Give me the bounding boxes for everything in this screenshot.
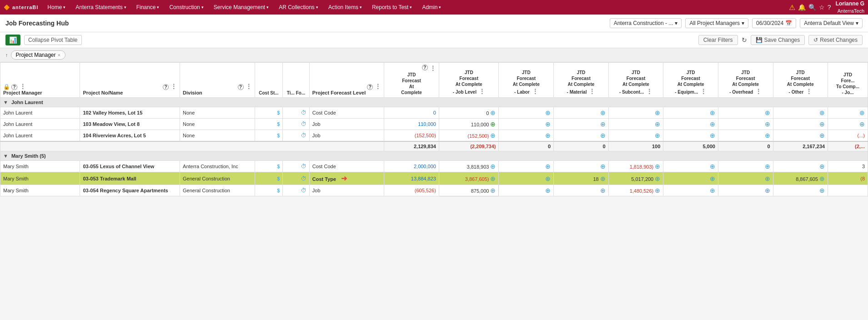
add-icon[interactable]: ⊕ bbox=[490, 187, 496, 194]
nav-construction[interactable]: Construction ▾ bbox=[165, 0, 208, 15]
add-icon[interactable]: ⊕ bbox=[819, 163, 825, 170]
column-menu-icon[interactable]: ⋮ bbox=[646, 88, 652, 95]
column-menu-icon[interactable]: ⋮ bbox=[20, 83, 26, 90]
clear-filters-button[interactable]: Clear Filters bbox=[698, 35, 738, 45]
user-info: Lorianne G AnterraTech bbox=[836, 0, 864, 14]
column-menu-icon[interactable]: ⋮ bbox=[171, 83, 177, 90]
add-icon[interactable]: ⊕ bbox=[819, 187, 825, 194]
add-icon[interactable]: ⊕ bbox=[765, 175, 770, 182]
warning-icon[interactable]: ⚠ bbox=[789, 3, 795, 12]
subtotal-jtd-fc: 2,129,834 bbox=[384, 141, 439, 151]
add-icon[interactable]: ⊕ bbox=[600, 132, 606, 139]
star-icon[interactable]: ☆ bbox=[819, 4, 825, 11]
nav-action-items[interactable]: Action Items ▾ bbox=[324, 0, 366, 15]
add-icon[interactable]: ⊕ bbox=[490, 163, 496, 170]
add-icon[interactable]: ⊕ bbox=[600, 175, 606, 182]
cell-sub: ⊕ bbox=[608, 130, 663, 142]
add-icon[interactable]: ⊕ bbox=[545, 163, 551, 170]
header-controls: Anterra Construction - ... ▾ All Project… bbox=[610, 18, 863, 28]
add-icon[interactable]: ⊕ bbox=[819, 109, 825, 116]
add-icon[interactable]: ⊕ bbox=[600, 120, 606, 128]
bell-icon[interactable]: 🔔 bbox=[798, 4, 806, 11]
add-icon[interactable]: ⊕ bbox=[655, 109, 660, 116]
add-icon[interactable]: ⊕ bbox=[710, 109, 715, 116]
nav-service-management[interactable]: Service Management ▾ bbox=[209, 0, 273, 15]
add-icon[interactable]: ⊕ bbox=[819, 132, 825, 139]
managers-dropdown[interactable]: All Project Managers ▾ bbox=[685, 18, 748, 28]
save-changes-button[interactable]: 💾 Save Changes bbox=[751, 35, 805, 45]
column-menu-icon[interactable]: ⋮ bbox=[589, 88, 595, 95]
nav-admin[interactable]: Admin ▾ bbox=[417, 0, 446, 15]
add-icon[interactable]: ⊕ bbox=[545, 187, 551, 194]
nav-anterra-statements[interactable]: Anterra Statements ▾ bbox=[71, 0, 130, 15]
column-menu-icon[interactable]: ⋮ bbox=[806, 88, 812, 95]
app-logo[interactable]: 🔶 anterraBI bbox=[4, 5, 38, 10]
add-icon[interactable]: ⊕ bbox=[545, 175, 551, 182]
th-jtd-forecast-complete: ? ⋮ JTDForecastAtComplete bbox=[384, 63, 439, 98]
subtotal-material: 0 bbox=[554, 141, 609, 151]
search-icon[interactable]: 🔍 bbox=[808, 4, 816, 11]
filter-tag-project-manager[interactable]: Project Manager × bbox=[11, 50, 65, 60]
add-icon[interactable]: ⊕ bbox=[600, 163, 606, 170]
column-menu-icon[interactable]: ⋮ bbox=[479, 88, 485, 95]
add-icon[interactable]: ⊕ bbox=[765, 163, 770, 170]
add-icon[interactable]: ⊕ bbox=[710, 175, 715, 182]
add-icon[interactable]: ⊕ bbox=[545, 132, 551, 139]
reset-changes-button[interactable]: ↺ Reset Changes bbox=[808, 35, 863, 45]
column-menu-icon[interactable]: ⋮ bbox=[532, 88, 538, 95]
add-icon[interactable]: ⊕ bbox=[819, 120, 825, 128]
refresh-icon[interactable]: ↻ bbox=[742, 36, 747, 44]
add-icon[interactable]: ⊕ bbox=[655, 132, 660, 139]
view-dropdown[interactable]: Anterra Default View ▾ bbox=[800, 18, 863, 28]
add-icon[interactable]: ⊕ bbox=[765, 187, 770, 194]
cell-oh: ⊕ bbox=[718, 119, 773, 130]
add-icon[interactable]: ⊕ bbox=[710, 132, 715, 139]
nav-reports-to-test[interactable]: Reports to Test ▾ bbox=[367, 0, 416, 15]
add-icon[interactable]: ⊕ bbox=[490, 120, 496, 128]
column-menu-icon[interactable]: ⋮ bbox=[375, 83, 381, 90]
info-icon[interactable]: ? bbox=[163, 84, 169, 90]
collapse-group-icon[interactable]: ▼ bbox=[3, 153, 8, 159]
add-icon[interactable]: ⊕ bbox=[545, 109, 551, 116]
collapse-pivot-button[interactable]: Collapse Pivot Table bbox=[24, 35, 82, 45]
date-field[interactable]: 06/30/2024 📅 bbox=[752, 18, 796, 28]
add-icon[interactable]: ⊕ bbox=[765, 120, 770, 128]
column-menu-icon[interactable]: ⋮ bbox=[430, 65, 436, 72]
add-icon[interactable]: ⊕ bbox=[655, 120, 660, 128]
add-icon[interactable]: ⊕ bbox=[655, 175, 660, 182]
add-icon[interactable]: ⊕ bbox=[710, 187, 715, 194]
sort-arrow-icon[interactable]: ↑ bbox=[5, 52, 8, 58]
save-icon: 💾 bbox=[756, 37, 763, 43]
add-icon[interactable]: ⊕ bbox=[710, 163, 715, 170]
column-menu-icon[interactable]: ⋮ bbox=[755, 88, 762, 95]
add-icon[interactable]: ⊕ bbox=[545, 120, 551, 128]
add-icon[interactable]: ⊕ bbox=[600, 187, 606, 194]
nav-home[interactable]: Home ▾ bbox=[43, 0, 70, 15]
company-dropdown[interactable]: Anterra Construction - ... ▾ bbox=[610, 18, 682, 28]
add-icon[interactable]: ⊕ bbox=[490, 132, 496, 139]
add-icon[interactable]: ⊕ bbox=[859, 120, 865, 128]
add-icon[interactable]: ⊕ bbox=[765, 109, 770, 116]
add-icon[interactable]: ⊕ bbox=[655, 163, 660, 170]
add-icon[interactable]: ⊕ bbox=[655, 187, 660, 194]
help-icon[interactable]: ? bbox=[828, 4, 831, 11]
add-icon[interactable]: ⊕ bbox=[710, 120, 715, 128]
add-icon[interactable]: ⊕ bbox=[490, 175, 496, 182]
column-menu-icon[interactable]: ⋮ bbox=[246, 83, 252, 90]
nav-finance[interactable]: Finance ▾ bbox=[132, 0, 164, 15]
add-icon[interactable]: ⊕ bbox=[765, 132, 770, 139]
add-icon[interactable]: ⊕ bbox=[600, 109, 606, 116]
info-icon[interactable]: ? bbox=[11, 84, 17, 90]
add-icon[interactable]: ⊕ bbox=[490, 109, 496, 116]
add-icon[interactable]: ⊕ bbox=[859, 109, 865, 116]
nav-ar-collections[interactable]: AR Collections ▾ bbox=[274, 0, 323, 15]
add-icon[interactable]: ⊕ bbox=[819, 175, 825, 182]
info-icon[interactable]: ? bbox=[422, 65, 428, 70]
info-icon[interactable]: ? bbox=[367, 84, 373, 90]
info-icon[interactable]: ? bbox=[238, 84, 244, 90]
excel-export-button[interactable]: 📊 bbox=[5, 35, 20, 45]
chevron-down-icon: ▾ bbox=[856, 20, 858, 26]
remove-filter-icon[interactable]: × bbox=[58, 52, 60, 58]
collapse-group-icon[interactable]: ▼ bbox=[3, 100, 8, 105]
column-menu-icon[interactable]: ⋮ bbox=[700, 88, 707, 95]
